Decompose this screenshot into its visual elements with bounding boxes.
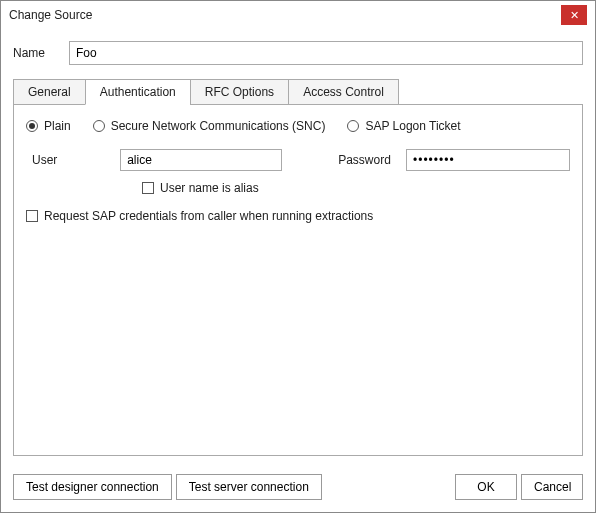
request-creds-checkbox[interactable] — [26, 210, 38, 222]
name-row: Name — [13, 41, 583, 65]
radio-icon — [26, 120, 38, 132]
alias-row: User name is alias — [142, 181, 570, 195]
user-input[interactable] — [120, 149, 282, 171]
tab-strip: General Authentication RFC Options Acces… — [13, 79, 583, 105]
tab-access-control[interactable]: Access Control — [288, 79, 399, 105]
tab-rfc-options[interactable]: RFC Options — [190, 79, 289, 105]
request-creds-row: Request SAP credentials from caller when… — [26, 209, 570, 223]
user-label: User — [26, 153, 120, 167]
test-server-button[interactable]: Test server connection — [176, 474, 322, 500]
radio-snc[interactable]: Secure Network Communications (SNC) — [93, 119, 326, 133]
radio-icon — [347, 120, 359, 132]
name-input[interactable] — [69, 41, 583, 65]
ok-button[interactable]: OK — [455, 474, 517, 500]
close-button[interactable]: ✕ — [561, 5, 587, 25]
radio-ticket[interactable]: SAP Logon Ticket — [347, 119, 460, 133]
test-designer-button[interactable]: Test designer connection — [13, 474, 172, 500]
password-input[interactable] — [406, 149, 570, 171]
tab-authentication[interactable]: Authentication — [85, 79, 191, 105]
tab-panel-authentication: Plain Secure Network Communications (SNC… — [13, 104, 583, 456]
name-label: Name — [13, 46, 53, 60]
alias-label: User name is alias — [160, 181, 259, 195]
close-icon: ✕ — [570, 9, 579, 22]
alias-checkbox[interactable] — [142, 182, 154, 194]
request-creds-label: Request SAP credentials from caller when… — [44, 209, 373, 223]
password-label: Password — [338, 153, 406, 167]
tab-general[interactable]: General — [13, 79, 86, 105]
radio-plain-label: Plain — [44, 119, 71, 133]
auth-mode-row: Plain Secure Network Communications (SNC… — [26, 119, 570, 133]
window-title: Change Source — [9, 8, 561, 22]
credentials-row: User Password — [26, 149, 570, 171]
radio-snc-label: Secure Network Communications (SNC) — [111, 119, 326, 133]
radio-plain[interactable]: Plain — [26, 119, 71, 133]
dialog-change-source: Change Source ✕ Name General Authenticat… — [0, 0, 596, 513]
radio-icon — [93, 120, 105, 132]
cancel-button[interactable]: Cancel — [521, 474, 583, 500]
titlebar: Change Source ✕ — [1, 1, 595, 29]
radio-ticket-label: SAP Logon Ticket — [365, 119, 460, 133]
footer: Test designer connection Test server con… — [1, 468, 595, 512]
content-area: Name General Authentication RFC Options … — [1, 29, 595, 468]
